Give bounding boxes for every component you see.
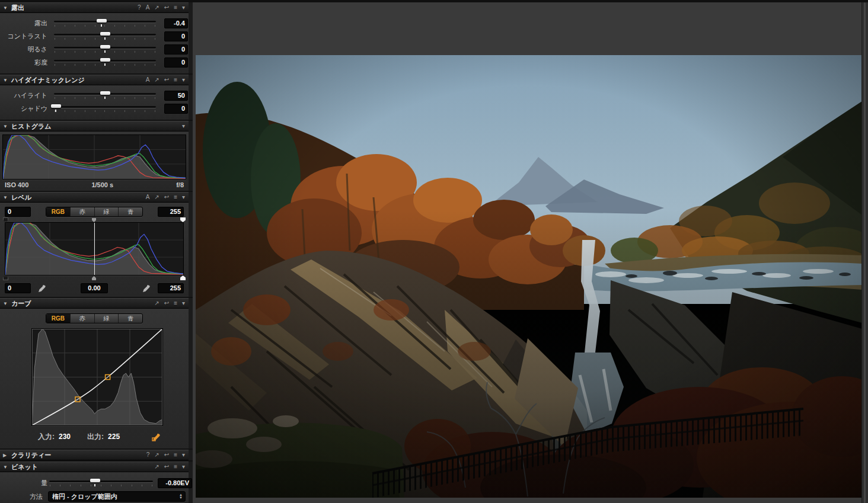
slider-value[interactable]: 0 xyxy=(164,104,188,114)
contrast-slider[interactable] xyxy=(54,31,156,41)
reset-icon[interactable]: ↩ xyxy=(164,462,169,472)
collapse-triangle-icon[interactable]: ▼ xyxy=(3,124,8,129)
collapse-icon[interactable]: ▾ xyxy=(182,450,185,460)
tab-red[interactable]: 赤 xyxy=(71,314,95,323)
menu-icon[interactable]: ≡ xyxy=(174,75,177,85)
auto-icon[interactable]: A xyxy=(146,193,150,202)
levels-shadow-handle-bottom[interactable] xyxy=(3,275,8,280)
tab-rgb[interactable]: RGB xyxy=(46,314,71,323)
tab-blue[interactable]: 青 xyxy=(119,314,142,323)
collapse-triangle-icon[interactable]: ▼ xyxy=(3,464,8,470)
slider-value[interactable]: 0 xyxy=(164,57,188,68)
levels-output-high-field[interactable]: 255 xyxy=(158,283,184,293)
levels-top-handles xyxy=(5,217,184,222)
tab-green[interactable]: 緑 xyxy=(95,314,119,323)
reset-icon[interactable]: ↩ xyxy=(164,75,169,85)
panel-header-icons[interactable]: ▾ xyxy=(182,121,185,131)
auto-icon[interactable]: A xyxy=(146,75,150,85)
panel-title: カーブ xyxy=(11,299,31,308)
collapse-icon[interactable]: ▾ xyxy=(182,3,185,12)
panel-vignette-header[interactable]: ▼ ビネット ↗↩≡▾ xyxy=(0,462,189,472)
shadow-slider[interactable] xyxy=(54,104,156,113)
vignette-amount-slider[interactable] xyxy=(49,478,153,488)
curve-point-picker-icon[interactable] xyxy=(151,431,162,443)
collapse-icon[interactable]: ▾ xyxy=(182,75,185,85)
slider-row-contrast: コントラスト 0 xyxy=(0,30,189,43)
slider-label: 量 xyxy=(0,479,54,488)
collapse-triangle-icon[interactable]: ▼ xyxy=(3,5,8,11)
menu-icon[interactable]: ≡ xyxy=(174,3,177,12)
help-icon[interactable]: ? xyxy=(146,450,150,460)
levels-highlight-handle[interactable] xyxy=(180,217,186,222)
auto-icon[interactable]: A xyxy=(146,3,150,12)
menu-icon[interactable]: ≡ xyxy=(174,193,177,202)
reset-icon[interactable]: ↩ xyxy=(164,450,169,460)
white-point-picker-icon[interactable] xyxy=(141,283,152,293)
saturation-slider[interactable] xyxy=(54,57,156,67)
menu-icon[interactable]: ≡ xyxy=(174,450,177,460)
exposure-slider[interactable] xyxy=(54,18,156,28)
vignette-method-dropdown[interactable]: 楕円 - クロップ範囲内 ▲▼ xyxy=(48,491,186,502)
panel-histogram-header[interactable]: ▼ ヒストグラム ▾ xyxy=(0,121,189,132)
panel-hdr-header[interactable]: ▼ ハイダイナミックレンジ A↗↩≡▾ xyxy=(0,75,189,85)
levels-input-high-field[interactable]: 255 xyxy=(158,207,184,217)
reset-icon[interactable]: ↩ xyxy=(164,193,169,202)
slider-value[interactable]: -0.4 xyxy=(164,18,188,28)
collapse-icon[interactable]: ▾ xyxy=(182,299,185,308)
adjustments-sidebar: ▼ 露出 ?A↗↩≡▾ 露出 -0.4 コントラスト 0 明るさ 0 彩度 xyxy=(0,2,193,503)
expand-triangle-icon[interactable]: ▶ xyxy=(3,453,8,458)
collapse-triangle-icon[interactable]: ▼ xyxy=(3,78,8,83)
expand-icon[interactable]: ↗ xyxy=(154,75,159,85)
tab-rgb[interactable]: RGB xyxy=(46,207,71,216)
levels-shadow-handle[interactable] xyxy=(3,217,8,222)
black-point-picker-icon[interactable] xyxy=(37,283,47,293)
panel-exposure-header[interactable]: ▼ 露出 ?A↗↩≡▾ xyxy=(0,2,189,13)
levels-highlight-handle-bottom[interactable] xyxy=(180,275,186,280)
expand-icon[interactable]: ↗ xyxy=(154,193,159,202)
levels-histogram-chart[interactable] xyxy=(5,222,184,275)
collapse-icon[interactable]: ▾ xyxy=(182,193,185,202)
tone-curve-chart[interactable] xyxy=(31,328,163,426)
stepper-arrows-icon[interactable]: ▲▼ xyxy=(179,494,184,499)
expand-icon[interactable]: ↗ xyxy=(154,450,159,460)
levels-output-low-field[interactable]: 0 xyxy=(5,283,31,293)
panel-header-icons[interactable]: A↗↩≡▾ xyxy=(146,193,185,202)
slider-value[interactable]: 0 xyxy=(164,31,188,41)
menu-icon[interactable]: ≡ xyxy=(174,299,177,308)
menu-icon[interactable]: ≡ xyxy=(174,462,177,472)
reset-icon[interactable]: ↩ xyxy=(164,3,169,12)
levels-gamma-field[interactable]: 0.00 xyxy=(81,283,108,293)
tab-red[interactable]: 赤 xyxy=(71,207,95,216)
collapse-triangle-icon[interactable]: ▼ xyxy=(3,195,8,200)
collapse-triangle-icon[interactable]: ▼ xyxy=(3,301,8,306)
levels-gamma-line[interactable] xyxy=(94,223,95,275)
highlight-slider[interactable] xyxy=(54,91,156,100)
expand-icon[interactable]: ↗ xyxy=(154,299,159,308)
panel-header-icons[interactable]: A↗↩≡▾ xyxy=(146,75,185,85)
panel-levels-header[interactable]: ▼ レベル A↗↩≡▾ xyxy=(0,192,189,203)
landscape-photo xyxy=(196,55,862,498)
slider-value[interactable]: 0 xyxy=(164,44,188,55)
panel-header-icons[interactable]: ↗↩≡▾ xyxy=(154,462,185,472)
tab-green[interactable]: 緑 xyxy=(95,207,119,216)
help-icon[interactable]: ? xyxy=(138,3,141,12)
panel-header-icons[interactable]: ?↗↩≡▾ xyxy=(146,450,185,460)
reset-icon[interactable]: ↩ xyxy=(164,299,169,308)
panel-curve-header[interactable]: ▼ カーブ ↗↩≡▾ xyxy=(0,298,189,309)
collapse-icon[interactable]: ▾ xyxy=(182,121,185,131)
levels-gamma-handle[interactable] xyxy=(92,218,96,222)
slider-value[interactable]: 50 xyxy=(164,91,188,101)
photo-canvas[interactable] xyxy=(196,55,862,498)
expand-icon[interactable]: ↗ xyxy=(154,462,159,472)
viewer-scrollbar[interactable] xyxy=(861,2,868,503)
panel-header-icons[interactable]: ↗↩≡▾ xyxy=(154,299,185,308)
slider-value[interactable]: -0.80EV xyxy=(158,478,192,488)
levels-gamma-handle-bottom[interactable] xyxy=(92,276,96,280)
panel-header-icons[interactable]: ?A↗↩≡▾ xyxy=(138,3,185,12)
panel-clarity-header[interactable]: ▶ クラリティー ?↗↩≡▾ xyxy=(0,450,189,460)
expand-icon[interactable]: ↗ xyxy=(154,3,159,12)
collapse-icon[interactable]: ▾ xyxy=(182,462,185,472)
tab-blue[interactable]: 青 xyxy=(119,207,142,216)
levels-input-low-field[interactable]: 0 xyxy=(5,207,31,217)
brightness-slider[interactable] xyxy=(54,44,156,54)
